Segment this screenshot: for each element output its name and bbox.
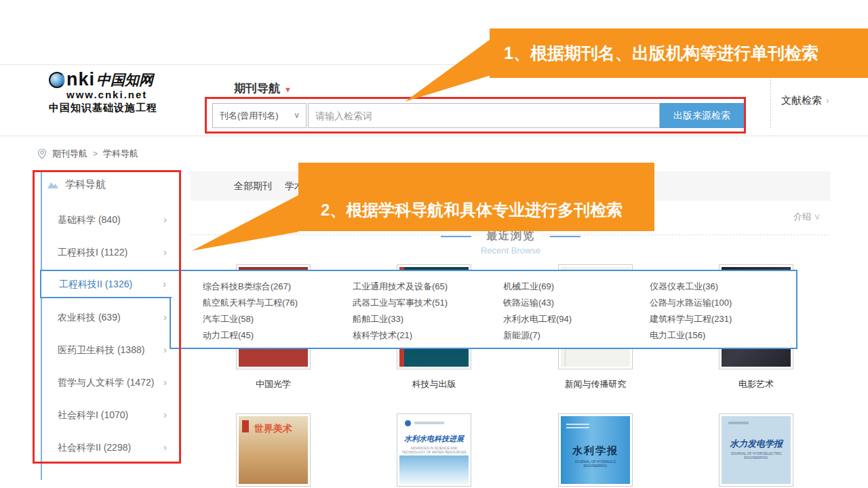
cover-subtitle: JOURNAL OF HYDRAULIC ENGINEERING xyxy=(562,460,629,468)
cover-title: 水利水电科技进展 xyxy=(399,434,469,444)
flyout-link[interactable]: 新能源(7) xyxy=(503,327,572,344)
header-dashed-divider xyxy=(770,73,771,128)
tab-all-journals[interactable]: 全部期刊 xyxy=(234,171,272,201)
flyout-link[interactable]: 公路与水路运输(100) xyxy=(650,295,732,311)
breadcrumb-journal-nav[interactable]: 期刊导航 xyxy=(52,148,87,160)
cover-subtitle: ADVANCES IN SCIENCE AND TECHNOLOGY OF WA… xyxy=(401,446,467,454)
flyout-link[interactable]: 汽车工业(58) xyxy=(203,311,298,327)
flyout-link[interactable]: 工业通用技术及设备(65) xyxy=(353,279,448,295)
flyout-link[interactable]: 船舶工业(33) xyxy=(353,311,448,327)
search-field-select[interactable]: 刊名(曾用刊名) ∨ xyxy=(212,103,307,128)
search-field-select-value: 刊名(曾用刊名) xyxy=(220,110,279,121)
logo-cn-name: 中国知网 xyxy=(96,70,153,89)
flyout-link[interactable]: 建筑科学与工程(231) xyxy=(650,311,732,327)
sidebar-item-engineering-2-active[interactable]: 工程科技II (1326) › xyxy=(40,270,172,298)
chevron-down-icon: ∨ xyxy=(294,104,300,127)
sidebar-title[interactable]: 学科导航 xyxy=(47,178,106,191)
cover-subtitle: JOURNAL OF HYDROELECTRIC ENGINEERING xyxy=(723,451,789,460)
cover-title: 水力发电学报 xyxy=(722,438,791,450)
journal-name-link[interactable]: 科技与出版 xyxy=(380,378,488,390)
annotation-banner-1-arrow xyxy=(405,39,490,102)
flyout-link[interactable]: 机械工业(69) xyxy=(503,279,572,295)
cover-title: 世界美术 xyxy=(239,423,308,435)
flyout-link[interactable]: 仪器仪表工业(36) xyxy=(650,279,732,295)
logo-brand: nki xyxy=(66,69,95,90)
logo-url: www.cnki.net xyxy=(66,89,184,100)
chevron-right-icon: › xyxy=(163,239,167,266)
mountain-icon xyxy=(47,181,58,188)
breadcrumb-separator: > xyxy=(93,149,98,159)
globe-icon xyxy=(49,72,65,88)
chevron-right-icon: › xyxy=(163,401,167,428)
annotation-banner-1: 1、根据期刊名、出版机构等进行单刊检索 xyxy=(490,28,868,78)
journal-name-link[interactable]: 中国光学 xyxy=(219,378,328,390)
cnki-logo[interactable]: nki 中国知网 www.cnki.net 中国知识基础设施工程 xyxy=(49,69,184,115)
sidebar-item-philosophy-humanities[interactable]: 哲学与人文科学 (1472) › xyxy=(33,369,176,396)
heading-bar-right xyxy=(550,236,580,237)
chevron-right-icon: › xyxy=(163,434,167,461)
flyout-link[interactable]: 铁路运输(43) xyxy=(503,295,572,311)
journal-cover-shijie-meishu[interactable]: 世界美术 xyxy=(236,413,311,487)
journal-name-link[interactable]: 新闻与传播研究 xyxy=(541,378,650,390)
breadcrumb-subject-nav[interactable]: 学科导航 xyxy=(103,148,138,160)
flyout-link[interactable]: 航空航天科学与工程(76) xyxy=(203,295,298,311)
subject-flyout-panel: 综合科技B类综合(267) 航空航天科学与工程(76) 汽车工业(58) 动力工… xyxy=(170,270,797,349)
location-pin-icon xyxy=(37,148,47,159)
chevron-right-icon: › xyxy=(163,369,167,396)
journal-nav-title[interactable]: 期刊导航▼ xyxy=(234,81,292,96)
journal-name-link[interactable]: 电影艺术 xyxy=(702,378,810,390)
publication-source-search-button[interactable]: 出版来源检索 xyxy=(660,103,744,128)
flyout-link[interactable]: 武器工业与军事技术(51) xyxy=(353,295,448,311)
sidebar-item-social-science-2[interactable]: 社会科学II (2298) › xyxy=(33,434,176,461)
recent-browse-title: 最近浏览 xyxy=(479,229,542,243)
chevron-right-icon: › xyxy=(826,95,829,106)
chevron-right-icon: › xyxy=(163,304,167,331)
flyout-link[interactable]: 综合科技B类综合(267) xyxy=(203,279,298,295)
flyout-link[interactable]: 水利水电工程(94) xyxy=(503,311,572,327)
sidebar-item-engineering-1[interactable]: 工程科技I (1122) › xyxy=(33,239,176,266)
header-divider-bottom xyxy=(0,136,868,136)
flyout-link[interactable]: 电力工业(156) xyxy=(650,327,732,344)
caret-down-icon: ▼ xyxy=(284,85,292,94)
annotation-banner-2: 2、根据学科导航和具体专业进行多刊检索 xyxy=(298,163,654,231)
intro-toggle[interactable]: 介绍 ∨ xyxy=(793,211,821,223)
chevron-right-icon: › xyxy=(163,271,166,297)
recent-browse-subtitle: Recent Browse xyxy=(191,245,831,256)
journal-cover-shuili-xuebao[interactable]: 水利学报 JOURNAL OF HYDRAULIC ENGINEERING xyxy=(558,413,633,487)
journal-cover-shuili-shuidian-keji-jinzhan[interactable]: 水利水电科技进展 ADVANCES IN SCIENCE AND TECHNOL… xyxy=(397,413,471,487)
sidebar-item-social-science-1[interactable]: 社会科学I (1070) › xyxy=(33,401,176,428)
breadcrumb: 期刊导航 > 学科导航 xyxy=(37,148,138,160)
chevron-right-icon: › xyxy=(163,206,167,233)
journal-cover-shuili-fadian-xuebao[interactable]: 水力发电学报 JOURNAL OF HYDROELECTRIC ENGINEER… xyxy=(719,413,793,487)
flyout-link[interactable]: 动力工程(45) xyxy=(203,327,298,344)
document-search-link[interactable]: 文献检索› xyxy=(781,94,829,107)
cover-title: 水利学报 xyxy=(561,445,630,458)
sidebar-item-agriculture[interactable]: 农业科技 (639) › xyxy=(33,304,176,331)
heading-bar-left xyxy=(441,236,471,237)
sidebar-item-medicine-health[interactable]: 医药卫生科技 (1388) › xyxy=(33,336,176,363)
cnki-journal-navigation-page: nki 中国知网 www.cnki.net 中国知识基础设施工程 期刊导航▼ 刊… xyxy=(0,0,868,488)
chevron-right-icon: › xyxy=(163,336,167,363)
logo-subtitle: 中国知识基础设施工程 xyxy=(49,102,184,115)
search-input[interactable] xyxy=(308,103,660,128)
flyout-link[interactable]: 核科学技术(21) xyxy=(353,327,448,344)
sidebar-item-basic-science[interactable]: 基础科学 (840) › xyxy=(33,206,176,233)
chevron-down-icon: ∨ xyxy=(814,211,821,222)
